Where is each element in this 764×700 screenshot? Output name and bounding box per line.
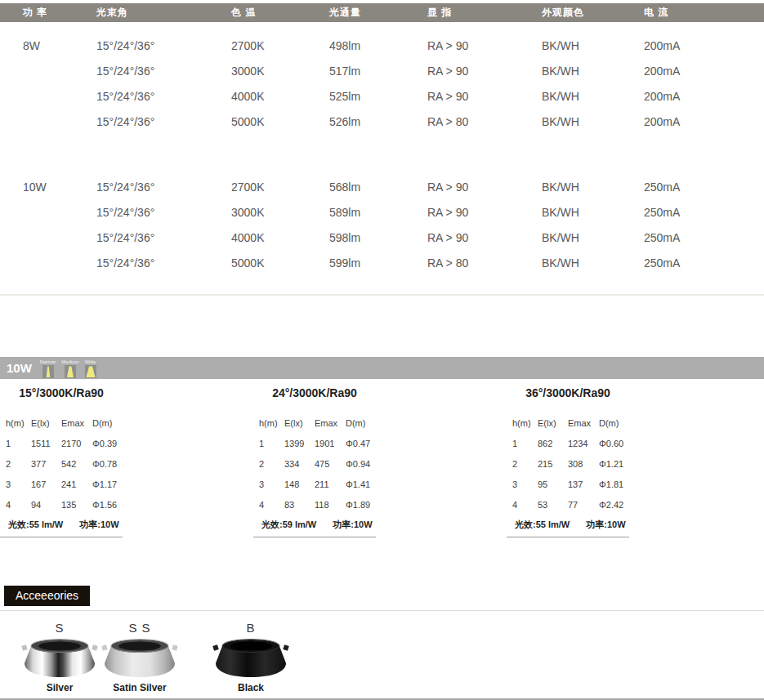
table-row: 1 1511 2170 Φ0.39 [0, 433, 253, 453]
cct-cell: 5000K [231, 115, 329, 128]
photometry-column-15deg: 15°/3000K/Ra90 h(m) E(lx) Emax D(m) 1 15… [0, 386, 253, 537]
table-row: 15°/24°/36° 4000K 598lm RA > 90 BK/WH 25… [0, 225, 764, 250]
table-row: 2 377 542 Φ0.78 [0, 453, 253, 474]
current-cell: 250mA [644, 181, 764, 194]
cell: 3 [6, 479, 31, 489]
photometry-table-title: 24°/3000K/Ra90 [253, 386, 376, 399]
cri-cell: RA > 90 [427, 65, 542, 78]
color-cell: BK/WH [542, 256, 644, 270]
beam-cell: 15°/24°/36° [96, 65, 231, 78]
photometry-header-row: h(m) E(lx) Emax D(m) [507, 412, 764, 433]
cell: Φ1.81 [599, 479, 635, 489]
current-cell: 200mA [644, 65, 764, 78]
flux-cell: 526lm [329, 115, 427, 128]
power-label: 功率:10W [333, 519, 372, 531]
cri-cell: RA > 80 [427, 115, 542, 128]
header-flux: 光通量 [329, 6, 427, 20]
cell: Φ1.41 [346, 479, 382, 489]
table-row: 15°/24°/36° 4000K 525lm RA > 90 BK/WH 20… [0, 83, 764, 109]
cell: 2 [6, 459, 31, 469]
cell: Φ1.56 [92, 500, 128, 510]
flux-cell: 599lm [329, 256, 427, 270]
cell: 1234 [568, 439, 599, 448]
cell: 215 [538, 459, 568, 469]
cell: Φ1.17 [92, 479, 128, 489]
col-header: D(m) [599, 418, 635, 428]
black-ring-image [212, 635, 290, 680]
cri-cell: RA > 90 [427, 39, 542, 52]
cell: 1399 [284, 439, 315, 448]
table-row: 15°/24°/36° 5000K 599lm RA > 80 BK/WH 25… [0, 250, 764, 275]
flux-cell: 598lm [329, 231, 427, 244]
cell: Φ0.60 [599, 439, 635, 448]
col-header: h(m) [512, 418, 538, 428]
accessory-item-satin-silver: S S Satin Silve [101, 621, 179, 693]
cell: 377 [31, 459, 61, 469]
cell: 3 [259, 479, 284, 489]
cct-cell: 4000K [231, 90, 329, 103]
flux-cell: 498lm [329, 39, 427, 52]
cell: 4 [259, 500, 284, 510]
section-divider [0, 294, 764, 296]
cell: 308 [568, 459, 599, 469]
cell: 1 [259, 439, 284, 448]
cct-cell: 3000K [231, 65, 329, 78]
header-power: 功 率 [23, 6, 96, 20]
cct-cell: 5000K [231, 256, 329, 270]
cell: Φ0.39 [92, 439, 128, 448]
color-cell: BK/WH [542, 181, 644, 194]
table-row: 2 215 308 Φ1.21 [507, 453, 764, 474]
efficacy-label: 光效:55 lm/W [515, 519, 570, 531]
cell: 148 [284, 479, 315, 489]
cell: 77 [568, 500, 599, 510]
current-cell: 250mA [644, 256, 764, 270]
flux-cell: 568lm [329, 181, 427, 194]
current-cell: 200mA [644, 39, 764, 52]
accessory-name: Black [238, 682, 264, 693]
cell: 862 [538, 439, 568, 448]
cri-cell: RA > 90 [427, 181, 542, 194]
cct-cell: 2700K [231, 39, 329, 52]
cell: 1 [512, 439, 538, 448]
wide-beam-icon [85, 365, 96, 378]
spec-table-header-row: 功 率 光束角 色 温 光通量 显 指 外观颜色 电 流 [0, 3, 764, 22]
header-cri: 显 指 [427, 6, 542, 20]
cct-cell: 4000K [231, 231, 329, 244]
power-label: 功率:10W [79, 519, 118, 531]
col-header: Emax [568, 418, 599, 428]
color-cell: BK/WH [542, 115, 644, 128]
header-beam-angle: 光束角 [96, 6, 231, 20]
col-header: E(lx) [538, 418, 568, 428]
col-header: h(m) [6, 418, 31, 428]
photometry-footer: 光效:55 lm/W 功率:10W [0, 516, 123, 537]
current-cell: 250mA [644, 231, 764, 244]
cell: 118 [315, 500, 346, 510]
cct-cell: 3000K [231, 206, 329, 219]
cell: 135 [61, 500, 92, 510]
table-row: 15°/24°/36° 3000K 589lm RA > 90 BK/WH 25… [0, 199, 764, 225]
table-row: 4 83 118 Φ1.89 [253, 494, 507, 515]
accessory-code: B [246, 621, 255, 635]
cell: 1 [6, 439, 31, 448]
color-cell: BK/WH [542, 206, 644, 219]
photometry-tables: 15°/3000K/Ra90 h(m) E(lx) Emax D(m) 1 15… [0, 386, 764, 537]
table-row: 4 94 135 Φ1.56 [0, 494, 253, 515]
beam-option-label: Narrow [40, 359, 56, 364]
beam-cell: 15°/24°/36° [96, 115, 231, 128]
current-cell: 250mA [644, 206, 764, 219]
accessories-title-badge: Acceeeories [4, 586, 90, 606]
datasheet-page: 功 率 光束角 色 温 光通量 显 指 外观颜色 电 流 8W 15°/24°/… [0, 0, 764, 700]
table-row: 1 862 1234 Φ0.60 [507, 433, 764, 453]
spec-group-10w: 10W 15°/24°/36° 2700K 568lm RA > 90 BK/W… [0, 174, 764, 275]
col-header: D(m) [346, 418, 382, 428]
photometry-header-row: h(m) E(lx) Emax D(m) [0, 412, 253, 433]
table-row: 3 167 241 Φ1.17 [0, 474, 253, 494]
table-row: 15°/24°/36° 5000K 526lm RA > 80 BK/WH 20… [0, 109, 764, 134]
col-header: Emax [315, 418, 346, 428]
cell: Φ0.47 [346, 439, 382, 448]
color-cell: BK/WH [542, 65, 644, 78]
table-row: 4 53 77 Φ2.42 [507, 494, 764, 515]
accessories-section: Acceeeories S [0, 586, 764, 693]
cell: 542 [61, 459, 92, 469]
cell: 1901 [315, 439, 346, 448]
